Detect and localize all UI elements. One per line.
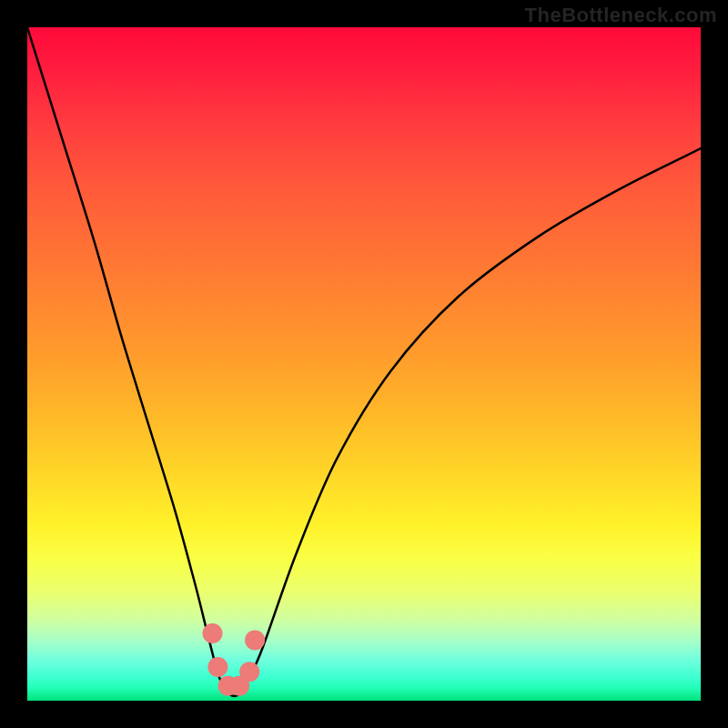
valley-marker (239, 662, 259, 682)
chart-container: TheBottleneck.com (0, 0, 728, 728)
valley-marker (203, 623, 223, 643)
curve-layer (27, 27, 701, 701)
bottleneck-curve (27, 27, 701, 696)
valley-markers (203, 623, 266, 696)
valley-marker (245, 630, 265, 650)
valley-marker (207, 657, 228, 677)
plot-area (27, 27, 701, 701)
attribution-label: TheBottleneck.com (525, 4, 717, 27)
